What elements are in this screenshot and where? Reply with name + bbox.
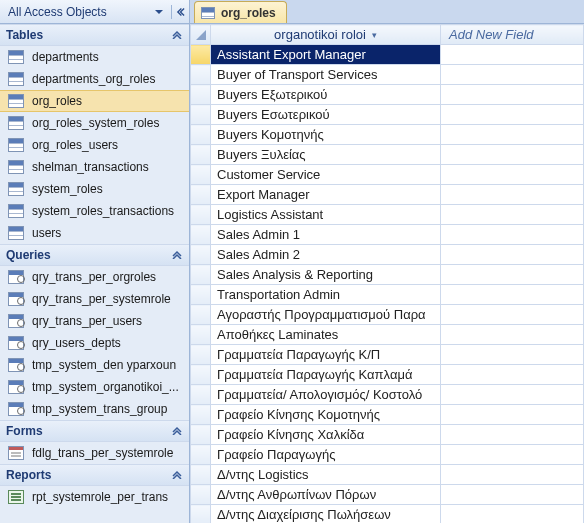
table-row[interactable]: Buyers Κομοτηνής (191, 125, 584, 145)
row-selector[interactable] (191, 285, 211, 305)
cell[interactable]: Δ/ντης Logistics (211, 465, 441, 485)
row-selector[interactable] (191, 125, 211, 145)
nav-item-query[interactable]: tmp_system_organotikoi_... (0, 376, 189, 398)
table-row[interactable]: Assistant Export Manager (191, 45, 584, 65)
nav-filter-dropdown[interactable] (151, 4, 167, 20)
cell[interactable]: Sales Admin 1 (211, 225, 441, 245)
cell[interactable]: Buyers Κομοτηνής (211, 125, 441, 145)
table-row[interactable]: Γραφείο Κίνησης Χαλκίδα (191, 425, 584, 445)
column-header[interactable]: organotikoi roloi ▾ (211, 25, 441, 45)
cell-empty[interactable] (441, 345, 584, 365)
cell-empty[interactable] (441, 185, 584, 205)
row-selector[interactable] (191, 325, 211, 345)
nav-item-table[interactable]: org_roles_system_roles (0, 112, 189, 134)
cell[interactable]: Sales Analysis & Reporting (211, 265, 441, 285)
cell[interactable]: Buyer of Transport Services (211, 65, 441, 85)
cell[interactable]: Αποθήκες Laminates (211, 325, 441, 345)
group-header-forms[interactable]: Forms (0, 420, 189, 442)
nav-item-table[interactable]: system_roles_transactions (0, 200, 189, 222)
cell[interactable]: Buyers Ξυλείας (211, 145, 441, 165)
table-row[interactable]: Buyer of Transport Services (191, 65, 584, 85)
row-selector[interactable] (191, 85, 211, 105)
table-row[interactable]: Customer Service (191, 165, 584, 185)
cell-empty[interactable] (441, 325, 584, 345)
cell[interactable]: Αγοραστής Προγραμματισμού Παρα (211, 305, 441, 325)
row-selector[interactable] (191, 45, 211, 65)
nav-item-query[interactable]: qry_trans_per_systemrole (0, 288, 189, 310)
cell-empty[interactable] (441, 305, 584, 325)
cell-empty[interactable] (441, 485, 584, 505)
datasheet-grid[interactable]: organotikoi roloi ▾ Add New Field Assist… (190, 24, 584, 523)
table-row[interactable]: Αγοραστής Προγραμματισμού Παρα (191, 305, 584, 325)
table-row[interactable]: Export Manager (191, 185, 584, 205)
row-selector[interactable] (191, 65, 211, 85)
table-row[interactable]: Γραμματεία/ Απολογισμός/ Κοστολό (191, 385, 584, 405)
cell[interactable]: Customer Service (211, 165, 441, 185)
row-selector[interactable] (191, 445, 211, 465)
cell-empty[interactable] (441, 105, 584, 125)
cell[interactable]: Γραμματεία/ Απολογισμός/ Κοστολό (211, 385, 441, 405)
nav-item-table[interactable]: org_roles_users (0, 134, 189, 156)
table-row[interactable]: Γραμματεία Παραγωγής Κ/Π (191, 345, 584, 365)
row-selector[interactable] (191, 345, 211, 365)
table-row[interactable]: Γραμματεία Παραγωγής Καπλαμά (191, 365, 584, 385)
cell[interactable]: Γραμματεία Παραγωγής Κ/Π (211, 345, 441, 365)
nav-item-table[interactable]: system_roles (0, 178, 189, 200)
row-selector[interactable] (191, 145, 211, 165)
row-selector[interactable] (191, 465, 211, 485)
cell-empty[interactable] (441, 165, 584, 185)
nav-item-query[interactable]: tmp_system_trans_group (0, 398, 189, 420)
table-row[interactable]: Δ/ντης Logistics (191, 465, 584, 485)
nav-item-query[interactable]: qry_trans_per_users (0, 310, 189, 332)
nav-item-report[interactable]: rpt_systemrole_per_trans (0, 486, 189, 508)
table-row[interactable]: Transportation Admin (191, 285, 584, 305)
group-header-tables[interactable]: Tables (0, 24, 189, 46)
cell[interactable]: Γραφείο Κίνησης Κομοτηνής (211, 405, 441, 425)
cell[interactable]: Transportation Admin (211, 285, 441, 305)
chevron-down-icon[interactable]: ▾ (372, 30, 377, 40)
cell-empty[interactable] (441, 205, 584, 225)
table-row[interactable]: Sales Analysis & Reporting (191, 265, 584, 285)
row-selector[interactable] (191, 205, 211, 225)
table-row[interactable]: Logistics Assistant (191, 205, 584, 225)
cell[interactable]: Buyers Εξωτερικού (211, 85, 441, 105)
cell-empty[interactable] (441, 465, 584, 485)
table-row[interactable]: Γραφείο Κίνησης Κομοτηνής (191, 405, 584, 425)
cell-empty[interactable] (441, 65, 584, 85)
table-row[interactable]: Sales Admin 2 (191, 245, 584, 265)
cell[interactable]: Γραφείο Παραγωγής (211, 445, 441, 465)
table-row[interactable]: Sales Admin 1 (191, 225, 584, 245)
cell-empty[interactable] (441, 385, 584, 405)
row-selector[interactable] (191, 225, 211, 245)
cell-empty[interactable] (441, 45, 584, 65)
cell-empty[interactable] (441, 505, 584, 524)
cell-empty[interactable] (441, 85, 584, 105)
cell[interactable]: Assistant Export Manager (211, 45, 441, 65)
table-row[interactable]: Buyers Ξυλείας (191, 145, 584, 165)
row-selector[interactable] (191, 385, 211, 405)
cell-empty[interactable] (441, 245, 584, 265)
cell-empty[interactable] (441, 365, 584, 385)
select-all-cell[interactable] (191, 25, 211, 45)
document-tab[interactable]: org_roles (194, 1, 287, 23)
row-selector[interactable] (191, 185, 211, 205)
table-row[interactable]: Buyers Εξωτερικού (191, 85, 584, 105)
group-header-reports[interactable]: Reports (0, 464, 189, 486)
cell-empty[interactable] (441, 225, 584, 245)
cell[interactable]: Δ/ντης Ανθρωπίνων Πόρων (211, 485, 441, 505)
cell[interactable]: Γραφείο Κίνησης Χαλκίδα (211, 425, 441, 445)
table-row[interactable]: Δ/ντης Ανθρωπίνων Πόρων (191, 485, 584, 505)
nav-pane-header[interactable]: All Access Objects (0, 0, 189, 24)
table-row[interactable]: Γραφείο Παραγωγής (191, 445, 584, 465)
nav-item-form[interactable]: fdlg_trans_per_systemrole (0, 442, 189, 464)
row-selector[interactable] (191, 365, 211, 385)
nav-item-table[interactable]: users (0, 222, 189, 244)
nav-item-query[interactable]: qry_trans_per_orgroles (0, 266, 189, 288)
row-selector[interactable] (191, 245, 211, 265)
row-selector[interactable] (191, 305, 211, 325)
cell[interactable]: Buyers Εσωτερικού (211, 105, 441, 125)
table-row[interactable]: Αποθήκες Laminates (191, 325, 584, 345)
cell-empty[interactable] (441, 265, 584, 285)
nav-item-query[interactable]: qry_users_depts (0, 332, 189, 354)
nav-item-query[interactable]: tmp_system_den yparxoun (0, 354, 189, 376)
